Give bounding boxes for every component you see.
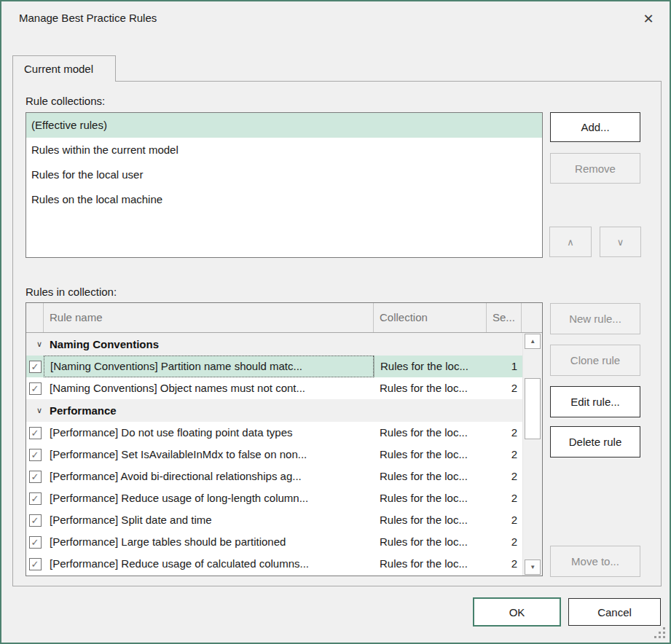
rule-name-column-header[interactable]: Rule name [44,303,374,332]
rule-row[interactable]: ✓[Performance] Do not use floating point… [26,422,522,444]
collection-list-item[interactable]: Rules within the current model [26,138,542,162]
checkbox-cell: ✓ [26,356,44,377]
group-label: Naming Conventions [50,338,159,350]
rules-in-collection-label: Rules in collection: [25,286,117,298]
collection-list-item[interactable]: Rules for the local user [26,162,542,187]
rule-row[interactable]: ✓[Performance] Split date and timeRules … [26,509,522,531]
severity-cell[interactable]: 2 [487,509,520,531]
collection-list-item[interactable]: (Effective rules) [26,113,542,138]
checkbox-cell: ✓ [26,466,44,487]
rule-checkbox[interactable]: ✓ [29,427,42,439]
new-rule-button[interactable]: New rule... [550,303,640,334]
rule-name-cell[interactable]: [Naming Conventions] Object names must n… [44,377,374,399]
severity-cell[interactable]: 2 [487,422,520,444]
checkbox-cell: ✓ [26,487,44,509]
resize-grip[interactable] [654,627,665,638]
move-up-button[interactable]: ∧ [549,227,592,257]
add-button[interactable]: Add... [550,112,640,142]
severity-cell[interactable]: 2 [487,466,520,487]
rule-row[interactable]: ✓[Performance] Reduce usage of long-leng… [26,487,522,509]
collection-cell[interactable]: Rules for the loc... [374,377,487,399]
severity-cell[interactable]: 1 [487,356,520,377]
collection-cell[interactable]: Rules for the loc... [374,487,487,509]
rule-name-cell[interactable]: [Performance] Reduce usage of calculated… [44,553,374,575]
group-row[interactable]: ∨Naming Conventions [26,333,522,356]
checkbox-cell: ✓ [26,531,44,553]
checkbox-cell: ✓ [26,553,44,575]
collection-cell[interactable]: Rules for the loc... [374,444,487,466]
rule-name-cell[interactable]: [Performance] Reduce usage of long-lengt… [44,487,374,509]
close-icon[interactable]: ✕ [636,7,661,31]
rules-grid: Rule name Collection Se... ∨Naming Conve… [25,302,543,576]
filler-column-header [522,303,542,332]
rule-collections-listbox[interactable]: (Effective rules)Rules within the curren… [25,112,543,258]
rules-grid-header: Rule name Collection Se... [26,303,542,333]
rule-row[interactable]: ✓[Performance] Reduce usage of calculate… [26,553,522,575]
collection-cell[interactable]: Rules for the loc... [374,466,487,487]
checkbox-cell: ✓ [26,377,44,399]
rule-checkbox[interactable]: ✓ [29,492,42,505]
collection-column-header[interactable]: Collection [374,303,487,332]
rule-checkbox[interactable]: ✓ [29,382,42,395]
checkbox-cell: ✓ [26,422,44,444]
remove-button[interactable]: Remove [550,153,640,184]
move-down-button[interactable]: ∨ [600,227,641,257]
checkbox-cell: ✓ [26,509,44,531]
rule-checkbox[interactable]: ✓ [29,536,42,549]
chevron-down-icon[interactable]: ∨ [33,406,46,415]
collection-cell[interactable]: Rules for the loc... [374,553,487,575]
severity-cell[interactable]: 2 [487,444,520,466]
rule-row[interactable]: ✓[Performance] Large tables should be pa… [26,531,522,553]
tab-current-model[interactable]: Current model [12,55,116,82]
cancel-button[interactable]: Cancel [568,598,661,626]
clone-rule-button[interactable]: Clone rule [550,345,640,376]
rule-row[interactable]: ✓[Naming Conventions] Partition name sho… [26,356,522,377]
rule-name-cell[interactable]: [Performance] Do not use floating point … [44,422,374,444]
collection-cell[interactable]: Rules for the loc... [374,422,487,444]
move-to-button[interactable]: Move to... [550,546,640,577]
checkbox-column-header[interactable] [26,303,44,332]
group-label: Performance [50,404,117,417]
manage-best-practice-rules-dialog: Manage Best Practice Rules ✕ Current mod… [0,0,671,644]
severity-cell[interactable]: 2 [487,377,520,399]
rule-name-cell[interactable]: [Performance] Split date and time [44,509,374,531]
severity-cell[interactable]: 2 [487,487,520,509]
ok-button[interactable]: OK [473,597,561,627]
delete-rule-button[interactable]: Delete rule [550,426,640,458]
collection-cell[interactable]: Rules for the loc... [374,356,487,377]
rule-collections-label: Rule collections: [25,95,105,107]
rule-name-cell[interactable]: [Performance] Set IsAvailableInMdx to fa… [44,444,374,466]
collection-cell[interactable]: Rules for the loc... [374,531,487,553]
scroll-up-icon[interactable]: ▲ [525,334,541,349]
rule-row[interactable]: ✓[Naming Conventions] Object names must … [26,377,522,399]
vertical-scrollbar[interactable]: ▲ ▼ [522,333,542,576]
severity-cell[interactable]: 2 [487,531,520,553]
rule-checkbox[interactable]: ✓ [29,514,42,527]
rule-name-cell[interactable]: [Performance] Avoid bi-directional relat… [44,466,374,487]
rule-checkbox[interactable]: ✓ [29,471,42,483]
scroll-down-icon[interactable]: ▼ [525,559,541,575]
group-row[interactable]: ∨Performance [26,399,522,422]
rule-checkbox[interactable]: ✓ [29,558,42,570]
checkbox-cell: ✓ [26,444,44,466]
severity-column-header[interactable]: Se... [487,303,522,332]
rule-row[interactable]: ✓[Performance] Set IsAvailableInMdx to f… [26,444,522,466]
dialog-title: Manage Best Practice Rules [19,12,157,24]
rules-grid-rows: ∨Naming Conventions✓[Naming Conventions]… [26,333,522,576]
collection-list-item[interactable]: Rules on the local machine [26,187,542,212]
rule-name-cell[interactable]: [Naming Conventions] Partition name shou… [44,356,374,377]
rule-name-cell[interactable]: [Performance] Large tables should be par… [44,531,374,553]
scrollbar-thumb[interactable] [525,378,541,439]
rule-row[interactable]: ✓[Performance] Avoid bi-directional rela… [26,466,522,487]
rule-checkbox[interactable]: ✓ [29,449,42,461]
collection-cell[interactable]: Rules for the loc... [374,509,487,531]
edit-rule-button[interactable]: Edit rule... [550,386,640,417]
rule-checkbox[interactable]: ✓ [29,361,42,373]
chevron-down-icon[interactable]: ∨ [33,339,46,349]
severity-cell[interactable]: 2 [487,553,520,575]
